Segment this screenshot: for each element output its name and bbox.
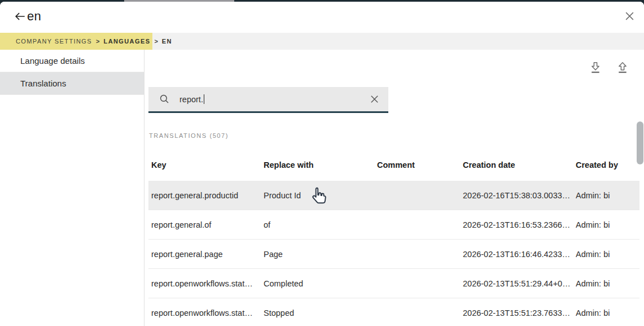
search-value: report. bbox=[179, 95, 203, 104]
cell-key: report.openworkflows.stat… bbox=[148, 279, 264, 288]
cell-created-by: Admin: bi bbox=[576, 220, 639, 229]
table-row[interactable]: report.openworkflows.stat… Stopped 2026-… bbox=[148, 298, 639, 326]
clear-search-button[interactable] bbox=[370, 94, 379, 104]
breadcrumb: COMPANY SETTINGS > LANGUAGES > EN bbox=[0, 33, 152, 50]
sidebar-item-translations[interactable]: Translations bbox=[0, 72, 144, 95]
breadcrumb-item-en[interactable]: EN bbox=[162, 38, 172, 45]
table-header: Key Replace with Comment Creation date C… bbox=[148, 153, 639, 177]
breadcrumb-separator: > bbox=[96, 38, 99, 45]
close-button[interactable] bbox=[622, 10, 637, 24]
column-header-key: Key bbox=[148, 160, 264, 169]
back-button[interactable] bbox=[13, 11, 27, 24]
vertical-scrollbar-thumb[interactable] bbox=[637, 121, 643, 164]
sidebar-item-language-details[interactable]: Language details bbox=[0, 50, 144, 72]
cell-creation-date: 2026-02-13T15:51:23.7633… bbox=[463, 308, 576, 318]
cell-created-by: Admin: bi bbox=[576, 191, 639, 200]
cell-key: report.general.of bbox=[148, 220, 264, 229]
screen: en COMPANY SETTINGS > LANGUAGES > EN Lan… bbox=[0, 0, 644, 326]
cell-replace-with: of bbox=[264, 220, 377, 229]
sidebar-item-label: Language details bbox=[20, 56, 85, 66]
page-title: en bbox=[27, 9, 41, 24]
cell-replace-with: Completed bbox=[264, 279, 377, 288]
upload-icon bbox=[616, 60, 629, 77]
column-header-comment: Comment bbox=[377, 160, 463, 169]
cell-creation-date: 2026-02-16T15:38:03.0033… bbox=[463, 191, 576, 200]
text-caret bbox=[204, 94, 204, 104]
download-button[interactable] bbox=[588, 61, 603, 77]
upload-button[interactable] bbox=[615, 61, 630, 77]
cell-created-by: Admin: bi bbox=[576, 279, 639, 288]
cell-replace-with: Stopped bbox=[264, 308, 377, 318]
search-input[interactable]: report. bbox=[148, 87, 388, 113]
cell-creation-date: 2026-02-13T16:16:53.2366… bbox=[463, 220, 576, 229]
title-bar: en bbox=[0, 2, 644, 33]
cell-key: report.general.page bbox=[148, 250, 264, 259]
cell-key: report.general.productid bbox=[148, 191, 264, 200]
breadcrumb-bar: COMPANY SETTINGS > LANGUAGES > EN bbox=[0, 33, 644, 50]
arrow-left-icon bbox=[14, 10, 26, 25]
table-row[interactable]: report.general.of of 2026-02-13T16:16:53… bbox=[148, 210, 639, 240]
cell-created-by: Admin: bi bbox=[576, 250, 639, 259]
close-icon bbox=[624, 11, 635, 24]
table-row[interactable]: report.general.productid Product Id 2026… bbox=[148, 181, 639, 210]
sidebar-item-label: Translations bbox=[20, 79, 66, 88]
cell-creation-date: 2026-02-13T15:51:29.44+0… bbox=[463, 279, 576, 288]
column-header-created-by: Created by bbox=[576, 160, 639, 169]
column-header-replace-with: Replace with bbox=[264, 160, 377, 169]
breadcrumb-separator: > bbox=[154, 38, 157, 45]
download-icon bbox=[589, 60, 602, 77]
sidebar: Language details Translations bbox=[0, 50, 144, 326]
language-dialog: en COMPANY SETTINGS > LANGUAGES > EN Lan… bbox=[0, 2, 644, 326]
cell-replace-with: Product Id bbox=[264, 191, 377, 200]
column-header-creation-date: Creation date bbox=[463, 160, 576, 169]
breadcrumb-item-company-settings[interactable]: COMPANY SETTINGS bbox=[16, 38, 92, 45]
section-title: TRANSLATIONS (507) bbox=[149, 132, 229, 139]
sidebar-divider bbox=[144, 50, 144, 326]
cell-created-by: Admin: bi bbox=[576, 308, 639, 318]
cell-creation-date: 2026-02-13T16:16:46.4233… bbox=[463, 250, 576, 259]
table-body: report.general.productid Product Id 2026… bbox=[148, 181, 639, 326]
search-icon bbox=[159, 94, 170, 105]
table-row[interactable]: report.general.page Page 2026-02-13T16:1… bbox=[148, 240, 639, 269]
breadcrumb-item-languages[interactable]: LANGUAGES bbox=[104, 38, 151, 45]
table-row[interactable]: report.openworkflows.stat… Completed 202… bbox=[148, 269, 639, 298]
cell-key: report.openworkflows.stat… bbox=[148, 308, 264, 318]
cell-replace-with: Page bbox=[264, 250, 377, 259]
